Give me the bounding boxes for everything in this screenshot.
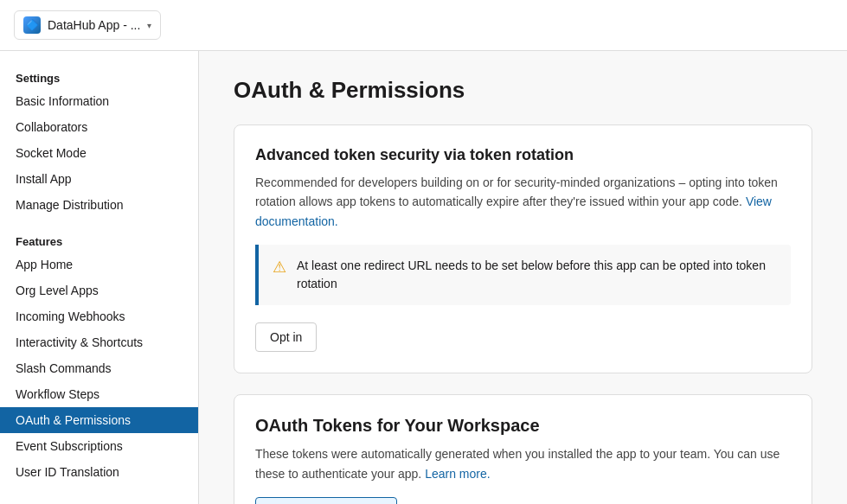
sidebar-item-app-home[interactable]: App Home <box>0 252 198 278</box>
opt-in-button[interactable]: Opt in <box>255 322 317 352</box>
settings-section-header: Settings <box>0 65 198 88</box>
features-section-header: Features <box>0 228 198 252</box>
sidebar-item-org-level-apps[interactable]: Org Level Apps <box>0 278 198 303</box>
token-security-description: Recommended for developers building on o… <box>255 173 791 231</box>
page-title: OAuth & Permissions <box>234 77 812 104</box>
sidebar-item-manage-distribution[interactable]: Manage Distribution <box>0 192 198 218</box>
sidebar-item-event-subscriptions[interactable]: Event Subscriptions <box>0 433 198 459</box>
sidebar-item-user-id-translation[interactable]: User ID Translation <box>0 459 198 485</box>
sidebar-item-socket-mode[interactable]: Socket Mode <box>0 140 198 166</box>
warning-icon: ⚠ <box>273 258 286 277</box>
app-selector[interactable]: 🔷 DataHub App - ... ▾ <box>14 10 161 40</box>
token-security-card: Advanced token security via token rotati… <box>234 124 812 373</box>
sidebar: Settings Basic Information Collaborators… <box>0 51 199 504</box>
learn-more-link[interactable]: Learn more. <box>425 467 490 481</box>
content-area: OAuth & Permissions Advanced token secur… <box>199 51 847 504</box>
sidebar-item-basic-information[interactable]: Basic Information <box>0 88 198 114</box>
oauth-tokens-title: OAuth Tokens for Your Workspace <box>255 416 791 436</box>
oauth-tokens-card: OAuth Tokens for Your Workspace These to… <box>234 394 812 504</box>
sidebar-item-workflow-steps[interactable]: Workflow Steps <box>0 381 198 407</box>
main-layout: Settings Basic Information Collaborators… <box>0 51 847 504</box>
chevron-down-icon: ▾ <box>147 21 151 30</box>
oauth-tokens-description: These tokens were automatically generate… <box>255 444 791 483</box>
app-container: 🔷 DataHub App - ... ▾ Settings Basic Inf… <box>0 0 847 504</box>
app-selector-label: DataHub App - ... <box>48 18 140 32</box>
sidebar-item-interactivity-shortcuts[interactable]: Interactivity & Shortcuts <box>0 329 198 355</box>
top-bar: 🔷 DataHub App - ... ▾ <box>0 0 847 51</box>
sidebar-item-oauth-permissions[interactable]: OAuth & Permissions <box>0 407 198 433</box>
token-security-title: Advanced token security via token rotati… <box>255 146 791 164</box>
alert-box: ⚠ At least one redirect URL needs to be … <box>255 245 791 305</box>
sidebar-item-slash-commands[interactable]: Slash Commands <box>0 355 198 381</box>
bot-token-badge[interactable]: Bot User OAuth Token <box>255 497 397 504</box>
sidebar-item-install-app[interactable]: Install App <box>0 166 198 192</box>
sidebar-item-collaborators[interactable]: Collaborators <box>0 114 198 140</box>
sidebar-item-incoming-webhooks[interactable]: Incoming Webhooks <box>0 303 198 329</box>
alert-text: At least one redirect URL needs to be se… <box>297 257 777 293</box>
app-icon: 🔷 <box>23 16 41 34</box>
